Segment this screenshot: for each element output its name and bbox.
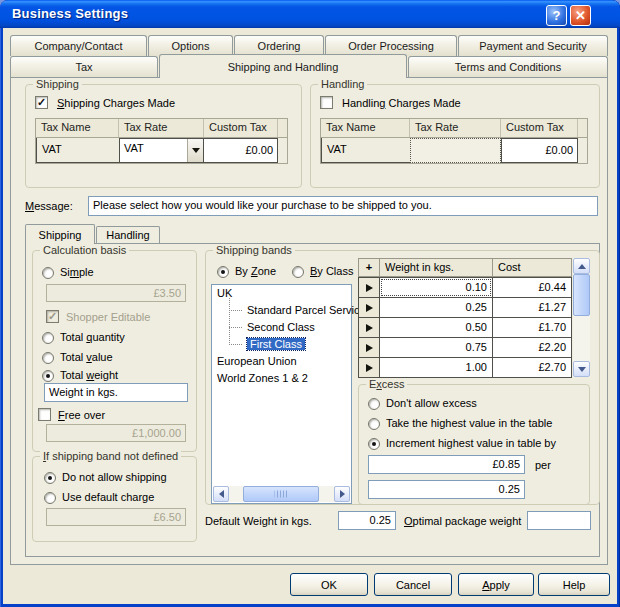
cost-cell[interactable]: £1.70 [492, 317, 572, 338]
increment-highest-label[interactable]: Increment highest value in table by [386, 437, 556, 449]
tree-item-uk[interactable]: UK [212, 285, 351, 302]
handling-charges-checkbox[interactable] [320, 96, 333, 109]
tree-horizontal-scrollbar[interactable] [213, 486, 350, 502]
close-button[interactable]: ✕ [570, 5, 591, 26]
scroll-left-button[interactable] [213, 486, 229, 502]
by-class-label[interactable]: By Class [310, 265, 353, 277]
row-marker[interactable] [358, 317, 380, 338]
tree-item-european-union[interactable]: European Union [212, 353, 351, 370]
free-over-checkbox[interactable] [38, 408, 51, 421]
ok-button[interactable]: OK [290, 573, 368, 596]
column-header-tax-rate[interactable]: Tax Rate [410, 119, 501, 137]
column-header-tax-rate[interactable]: Tax Rate [119, 119, 204, 137]
tab-terms-and-conditions[interactable]: Terms and Conditions [408, 56, 608, 78]
weight-cell[interactable]: 0.10 [379, 277, 493, 298]
column-header-cost[interactable]: Cost [492, 258, 572, 277]
weight-cell[interactable]: 0.50 [379, 317, 493, 338]
row-marker[interactable] [358, 357, 380, 378]
increment-amount-field[interactable]: £0.85 [368, 455, 525, 474]
use-default-charge-label[interactable]: Use default charge [62, 491, 154, 503]
simple-radio[interactable] [42, 267, 54, 279]
tax-rate-combobox[interactable]: VAT [119, 138, 204, 163]
column-header-tax-name[interactable]: Tax Name [321, 119, 410, 137]
optimal-package-weight-field[interactable] [527, 511, 591, 530]
cost-cell[interactable]: £2.20 [492, 337, 572, 358]
apply-button[interactable]: Apply [458, 573, 534, 596]
dont-allow-excess-label[interactable]: Don't allow excess [386, 397, 477, 409]
weight-cell[interactable]: 0.25 [379, 297, 493, 318]
dont-allow-excess-radio[interactable] [368, 398, 380, 410]
scrollbar-thumb[interactable] [573, 274, 590, 316]
column-header-tax-name[interactable]: Tax Name [36, 119, 119, 137]
handling-charges-label[interactable]: Handling Charges Made [342, 97, 461, 109]
increment-highest-radio[interactable] [368, 438, 380, 450]
tree-item-first-class[interactable]: First Class [212, 336, 351, 353]
shipping-charges-label[interactable]: Shipping Charges Made [57, 97, 175, 109]
tree-item-second-class[interactable]: Second Class [212, 319, 351, 336]
cost-cell[interactable]: £2.70 [492, 357, 572, 378]
do-not-allow-shipping-label[interactable]: Do not allow shipping [62, 471, 167, 483]
total-quantity-label[interactable]: Total quantity [60, 331, 125, 343]
tab-order-processing[interactable]: Order Processing [325, 35, 457, 56]
row-marker[interactable] [358, 297, 380, 318]
row-marker[interactable] [358, 337, 380, 358]
help-titlebar-button[interactable]: ? [546, 5, 567, 26]
tab-ordering[interactable]: Ordering [234, 35, 324, 56]
grid-vertical-scrollbar[interactable] [573, 258, 590, 377]
cost-cell[interactable]: £0.44 [492, 277, 572, 298]
scroll-up-button[interactable] [573, 258, 590, 274]
tree-item-world-zones[interactable]: World Zones 1 & 2 [212, 370, 351, 387]
take-highest-label[interactable]: Take the highest value in the table [386, 417, 552, 429]
tax-rate-cell-focused[interactable] [410, 138, 501, 163]
by-class-radio[interactable] [292, 266, 304, 278]
default-weight-field[interactable]: 0.25 [338, 511, 396, 530]
tab-tax[interactable]: Tax [10, 56, 158, 78]
grid-add-row-button[interactable]: + [358, 258, 380, 277]
total-weight-label[interactable]: Total weight [60, 369, 118, 381]
shipping-bands-tree[interactable]: UK Standard Parcel Service Second Class … [211, 284, 352, 504]
selected-tree-item[interactable]: First Class [247, 338, 305, 350]
scroll-down-button[interactable] [573, 361, 590, 377]
custom-tax-cell[interactable]: £0.00 [501, 138, 578, 163]
scroll-right-button[interactable] [334, 486, 350, 502]
scrollbar-thumb[interactable] [243, 486, 319, 502]
by-zone-radio[interactable] [217, 266, 229, 278]
tax-name-cell[interactable]: VAT [36, 138, 119, 163]
tab-company-contact[interactable]: Company/Contact [10, 35, 147, 56]
per-weight-field[interactable]: 0.25 [368, 480, 525, 499]
total-value-label[interactable]: Total value [60, 351, 113, 363]
cancel-button[interactable]: Cancel [374, 573, 452, 596]
combobox-dropdown-button[interactable] [187, 139, 203, 162]
tab-payment-and-security[interactable]: Payment and Security [458, 35, 608, 56]
title-bar[interactable]: Business Settings ? ✕ [0, 0, 620, 28]
help-button[interactable]: Help [538, 573, 610, 596]
weight-units-field[interactable]: Weight in kgs. [44, 383, 188, 402]
tree-item-standard-parcel-service[interactable]: Standard Parcel Service [212, 302, 351, 319]
do-not-allow-shipping-radio[interactable] [44, 472, 56, 484]
weight-cell[interactable]: 0.75 [379, 337, 493, 358]
cost-cell[interactable]: £1.27 [492, 297, 572, 318]
simple-charge-field[interactable]: £3.50 [46, 284, 186, 302]
subtab-handling[interactable]: Handling [96, 226, 160, 244]
column-header-weight[interactable]: Weight in kgs. [379, 258, 493, 277]
simple-label[interactable]: Simple [60, 266, 94, 278]
take-highest-radio[interactable] [368, 418, 380, 430]
by-zone-label[interactable]: By Zone [235, 265, 276, 277]
column-header-custom-tax[interactable]: Custom Tax [204, 119, 278, 137]
row-marker[interactable] [358, 277, 380, 298]
use-default-charge-radio[interactable] [44, 492, 56, 504]
default-charge-field[interactable]: £6.50 [46, 508, 186, 526]
free-over-label[interactable]: Free over [58, 409, 105, 421]
custom-tax-cell[interactable]: £0.00 [204, 138, 278, 163]
total-quantity-radio[interactable] [42, 332, 54, 344]
tab-options[interactable]: Options [148, 35, 233, 56]
free-over-field[interactable]: £1,000.00 [46, 424, 186, 442]
message-input[interactable]: Please select how you would like your pu… [88, 196, 598, 216]
total-value-radio[interactable] [42, 352, 54, 364]
tax-name-cell[interactable]: VAT [321, 138, 410, 163]
tab-shipping-and-handling[interactable]: Shipping and Handling [159, 54, 407, 78]
total-weight-radio[interactable] [42, 370, 54, 382]
weight-cell[interactable]: 1.00 [379, 357, 493, 378]
shipping-charges-checkbox[interactable]: ✓ [35, 96, 48, 109]
subtab-shipping[interactable]: Shipping [25, 224, 95, 244]
